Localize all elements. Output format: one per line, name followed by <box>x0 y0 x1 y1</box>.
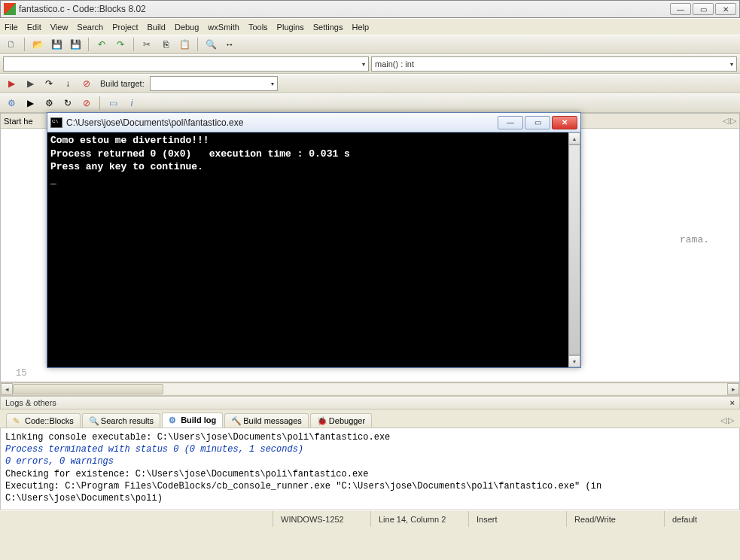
stop-icon[interactable]: ⊘ <box>78 75 95 92</box>
tab-prev-icon[interactable]: ◁ <box>720 415 726 425</box>
separator <box>24 38 25 51</box>
scroll-up-icon[interactable]: ▴ <box>568 132 580 145</box>
info-icon[interactable]: i <box>123 95 140 111</box>
step-over-icon[interactable]: ↷ <box>41 75 57 92</box>
abort-icon[interactable]: ⊘ <box>78 95 95 111</box>
menu-view[interactable]: View <box>50 23 69 32</box>
console-icon <box>50 117 62 128</box>
status-bar: WINDOWS-1252 Line 14, Column 2 Insert Re… <box>0 510 740 527</box>
log-tab-label: Build messages <box>243 416 302 425</box>
run-icon[interactable]: ▶ <box>22 95 38 111</box>
menu-tools[interactable]: Tools <box>248 23 268 32</box>
status-empty <box>0 511 273 527</box>
save-icon[interactable]: 💾 <box>48 36 65 53</box>
menu-build[interactable]: Build <box>147 23 165 32</box>
log-tab-label: Build log <box>181 415 216 425</box>
chevron-down-icon: ▾ <box>730 61 733 68</box>
find-icon[interactable]: 🔍 <box>203 36 219 53</box>
console-maximize-button[interactable]: ▭ <box>525 116 550 129</box>
status-mode: Insert <box>469 511 567 527</box>
log-tab-label: Code::Blocks <box>25 416 74 425</box>
step-into-icon[interactable]: ↓ <box>59 75 76 92</box>
build-target-dropdown[interactable]: ▾ <box>150 76 278 91</box>
separator <box>88 38 89 51</box>
scope-dropdown[interactable]: ▾ <box>3 56 369 72</box>
log-tab-search[interactable]: 🔍 Search results <box>82 413 160 428</box>
console-vscrollbar[interactable]: ▴ ▾ <box>568 132 580 367</box>
status-profile: default <box>665 511 740 527</box>
menu-search[interactable]: Search <box>77 23 103 32</box>
gear-icon: ⚙ <box>169 415 178 425</box>
hammer-icon: 🔨 <box>231 416 240 425</box>
menu-debug[interactable]: Debug <box>175 23 199 32</box>
save-all-icon[interactable]: 💾 <box>67 36 84 53</box>
console-titlebar[interactable]: C:\Users\jose\Documents\poli\fantastico.… <box>47 113 580 132</box>
build-target-label: Build target: <box>100 79 145 88</box>
logs-tabbar: ✎ Code::Blocks 🔍 Search results ⚙ Build … <box>0 409 740 428</box>
run-icon[interactable]: ▶ <box>22 75 38 92</box>
symbol-dropdown[interactable]: main() : int ▾ <box>371 56 737 72</box>
log-tab-buildlog[interactable]: ⚙ Build log <box>162 412 223 428</box>
scroll-down-icon[interactable]: ▾ <box>568 355 580 367</box>
tab-next-icon[interactable]: ▷ <box>728 415 734 425</box>
scroll-thumb[interactable] <box>568 145 580 355</box>
menu-help[interactable]: Help <box>352 23 369 32</box>
console-line: Como estou me divertindo!!! <box>50 134 577 148</box>
editor-hscrollbar[interactable]: ◂ ▸ <box>0 382 740 396</box>
console-close-button[interactable]: ✕ <box>552 116 577 129</box>
code-fragment: rama. <box>680 234 709 245</box>
window-title: fantastico.c - Code::Blocks 8.02 <box>19 4 670 14</box>
maximize-button[interactable]: ▭ <box>693 3 714 15</box>
scroll-track[interactable] <box>13 384 727 394</box>
open-icon[interactable]: 📂 <box>29 36 46 53</box>
paste-icon[interactable]: 📋 <box>176 36 193 53</box>
replace-icon[interactable]: ↔ <box>221 36 238 53</box>
logs-close-icon[interactable]: × <box>730 398 735 407</box>
close-button[interactable]: ✕ <box>715 3 736 15</box>
log-content[interactable]: Linking console executable: C:\Users\jos… <box>0 428 740 510</box>
main-window-titlebar: fantastico.c - Code::Blocks 8.02 — ▭ ✕ <box>0 0 740 18</box>
menu-wxsmith[interactable]: wxSmith <box>208 23 239 32</box>
editor-tab-label[interactable]: Start he <box>4 117 33 126</box>
new-file-icon[interactable]: 🗋 <box>3 36 20 53</box>
app-icon <box>4 3 16 15</box>
minimize-button[interactable]: — <box>670 3 691 15</box>
status-encoding: WINDOWS-1252 <box>273 511 371 527</box>
menu-plugins[interactable]: Plugins <box>277 23 304 32</box>
menu-project[interactable]: Project <box>112 23 138 32</box>
copy-icon[interactable]: ⎘ <box>157 36 174 53</box>
console-minimize-button[interactable]: — <box>498 116 523 129</box>
undo-icon[interactable]: ↶ <box>93 36 110 53</box>
scroll-track[interactable] <box>568 145 580 355</box>
build-icon[interactable]: ⚙ <box>3 95 20 111</box>
cut-icon[interactable]: ✂ <box>139 36 155 53</box>
bug-icon: 🐞 <box>317 416 326 425</box>
log-tab-codeblocks[interactable]: ✎ Code::Blocks <box>6 413 81 428</box>
toolbar-main: 🗋 📂 💾 💾 ↶ ↷ ✂ ⎘ 📋 🔍 ↔ <box>0 35 740 54</box>
console-window: C:\Users\jose\Documents\poli\fantastico.… <box>47 112 581 368</box>
tab-prev-icon[interactable]: ◁ <box>723 116 729 126</box>
chevron-down-icon: ▾ <box>362 61 365 68</box>
editor-tab-nav: ◁ ▷ <box>723 116 736 126</box>
separator <box>99 96 100 110</box>
build-run-icon[interactable]: ⚙ <box>41 95 57 111</box>
menu-settings[interactable]: Settings <box>313 23 343 32</box>
scroll-left-icon[interactable]: ◂ <box>1 383 13 395</box>
scroll-thumb[interactable] <box>13 384 163 394</box>
redo-icon[interactable]: ↷ <box>112 36 129 53</box>
toggle-panel-icon[interactable]: ▭ <box>105 95 121 111</box>
log-tab-buildmsg[interactable]: 🔨 Build messages <box>224 413 309 428</box>
menu-file[interactable]: File <box>5 23 18 32</box>
menu-edit[interactable]: Edit <box>27 23 41 32</box>
separator <box>197 38 198 51</box>
rebuild-icon[interactable]: ↻ <box>59 95 76 111</box>
logs-title: Logs & others <box>5 398 56 407</box>
scroll-right-icon[interactable]: ▸ <box>727 383 739 395</box>
tab-next-icon[interactable]: ▷ <box>730 116 736 126</box>
console-body[interactable]: Como estou me divertindo!!!Process retur… <box>47 132 580 367</box>
log-tab-debugger[interactable]: 🐞 Debugger <box>310 413 372 428</box>
search-icon: 🔍 <box>89 416 98 425</box>
debug-run-icon[interactable]: ▶ <box>3 75 20 92</box>
logs-header: Logs & others × <box>0 396 740 409</box>
symbol-dropdown-value: main() : int <box>375 59 414 68</box>
